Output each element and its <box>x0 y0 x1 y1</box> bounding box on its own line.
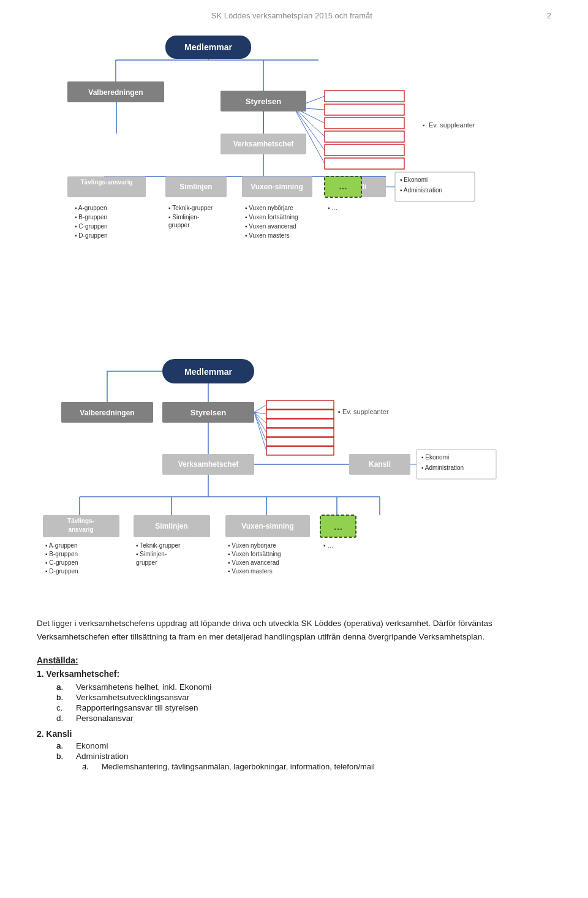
section-1-item-c: c. Rapporteringsansvar till styrelsen <box>67 703 551 712</box>
svg-text:▪  Ekonomi: ▪ Ekonomi <box>400 176 428 183</box>
svg-text:▪  Administration: ▪ Administration <box>421 464 464 471</box>
section-1-list: a. Verksamhetens helhet, inkl. Ekonomi b… <box>67 682 551 723</box>
svg-rect-71 <box>266 428 334 437</box>
section-1-item-d: d. Personalansvar <box>67 714 551 723</box>
page-title: SK Löddes verksamhetsplan 2015 och framå… <box>211 11 372 20</box>
svg-text:Valberedningen: Valberedningen <box>88 88 143 97</box>
svg-text:▪  Vuxen fortsättning: ▪ Vuxen fortsättning <box>228 551 281 557</box>
paragraph-1: Det ligger i verksamhetschefens uppdrag … <box>37 617 551 643</box>
section-2-number: 2. <box>37 729 44 739</box>
svg-text:Vuxen-simning: Vuxen-simning <box>251 183 303 191</box>
svg-text:▪  Simlinjen-: ▪ Simlinjen- <box>168 214 199 221</box>
section-2: 2. Kansli <box>37 729 551 739</box>
svg-rect-69 <box>266 410 334 418</box>
svg-text:▪  Teknik-grupper: ▪ Teknik-grupper <box>168 205 213 211</box>
svg-rect-10 <box>325 158 404 169</box>
svg-text:▪  B-gruppen: ▪ B-gruppen <box>45 551 78 557</box>
kansli-sub-item-i-text: Medlemshantering, tävlingsanmälan, lager… <box>102 762 375 771</box>
svg-text:grupper: grupper <box>136 559 157 566</box>
svg-text:▪  Ev. suppleanter: ▪ Ev. suppleanter <box>338 408 389 415</box>
page-header: SK Löddes verksamhetsplan 2015 och framå… <box>37 0 551 26</box>
svg-text:Vuxen-simning: Vuxen-simning <box>241 522 294 530</box>
svg-rect-5 <box>325 91 404 102</box>
svg-text:▪  Teknik-grupper: ▪ Teknik-grupper <box>136 542 181 549</box>
section-2-item-b: b. Administration i. Medlemshantering, t… <box>67 752 551 771</box>
svg-text:▪  …: ▪ … <box>328 205 337 211</box>
item-b-text: Verksamhetsutvecklingsansvar <box>76 693 189 702</box>
svg-rect-8 <box>325 131 404 142</box>
svg-text:▪  Ekonomi: ▪ Ekonomi <box>421 454 449 461</box>
section-1-item-a: a. Verksamhetens helhet, inkl. Ekonomi <box>67 682 551 692</box>
section-2-item-a: a. Ekonomi <box>67 741 551 750</box>
svg-text:▪  Simlinjen-: ▪ Simlinjen- <box>136 551 167 557</box>
item-d-text: Personalansvar <box>76 714 134 723</box>
svg-text:ansvarig: ansvarig <box>68 526 93 533</box>
page-number: 2 <box>547 11 551 20</box>
svg-text:▪  …: ▪ … <box>323 542 333 549</box>
section-1-item-b: b. Verksamhetsutvecklingsansvar <box>67 693 551 702</box>
svg-text:Ev. suppleanter: Ev. suppleanter <box>429 121 475 129</box>
svg-text:…: … <box>334 521 343 532</box>
svg-rect-70 <box>266 419 334 428</box>
svg-text:Tävlings-: Tävlings- <box>67 518 94 524</box>
section-1-number: 1. <box>37 669 44 679</box>
svg-rect-72 <box>266 437 334 446</box>
svg-text:…: … <box>339 181 347 191</box>
svg-text:▪  A-gruppen: ▪ A-gruppen <box>75 205 107 211</box>
svg-text:Styrelsen: Styrelsen <box>246 97 282 106</box>
svg-rect-9 <box>325 145 404 156</box>
svg-text:▪  Vuxen nybörjare: ▪ Vuxen nybörjare <box>245 205 293 211</box>
svg-text:Simlinjen: Simlinjen <box>179 183 212 191</box>
svg-text:▪  C-gruppen: ▪ C-gruppen <box>75 223 108 230</box>
svg-text:▪  D-gruppen: ▪ D-gruppen <box>45 568 78 575</box>
svg-text:▪  Administration: ▪ Administration <box>400 187 442 194</box>
section-1-title: Verksamhetschef <box>46 669 116 679</box>
svg-rect-73 <box>266 447 334 455</box>
svg-text:Verksamhetschef: Verksamhetschef <box>233 140 295 148</box>
svg-text:Kansli: Kansli <box>369 460 391 469</box>
anstallda-title: Anställda: <box>37 655 551 665</box>
svg-rect-68 <box>266 401 334 409</box>
kansli-sub-items: i. Medlemshantering, tävlingsanmälan, la… <box>93 762 551 771</box>
svg-text:▪  Vuxen fortsättning: ▪ Vuxen fortsättning <box>245 214 298 221</box>
svg-text:▪  Vuxen avancerad: ▪ Vuxen avancerad <box>228 559 279 566</box>
svg-text:Simlinjen: Simlinjen <box>155 522 187 530</box>
svg-text:Styrelsen: Styrelsen <box>190 408 227 417</box>
svg-text:▪  Vuxen masters: ▪ Vuxen masters <box>228 568 273 575</box>
svg-text:grupper: grupper <box>168 222 190 228</box>
svg-text:▪  D-gruppen: ▪ D-gruppen <box>75 232 108 239</box>
svg-line-77 <box>254 412 266 432</box>
svg-line-74 <box>254 405 266 412</box>
section-2-list: a. Ekonomi b. Administration i. Medlemsh… <box>67 741 551 771</box>
section-2-title: Kansli <box>46 729 72 739</box>
org-chart-corrected: Medlemmar Valberedningen Styrelsen ▪ Ev.… <box>43 353 545 600</box>
svg-text:▪  B-gruppen: ▪ B-gruppen <box>75 214 107 221</box>
svg-text:Medlemmar: Medlemmar <box>184 367 232 377</box>
svg-text:▪  Vuxen avancerad: ▪ Vuxen avancerad <box>245 223 296 230</box>
kansli-item-b-text: Administration <box>76 752 129 761</box>
svg-text:▪  Vuxen nybörjare: ▪ Vuxen nybörjare <box>228 542 276 549</box>
svg-text:▪  A-gruppen: ▪ A-gruppen <box>45 542 77 549</box>
body-paragraph: Det ligger i verksamhetschefens uppdrag … <box>37 617 551 643</box>
svg-text:Medlemmar: Medlemmar <box>184 42 232 52</box>
section-1-colon: : <box>117 669 120 679</box>
svg-text:▪  Vuxen masters: ▪ Vuxen masters <box>245 232 290 239</box>
kansli-sub-item-i: i. Medlemshantering, tävlingsanmälan, la… <box>93 762 551 771</box>
svg-text:▪  C-gruppen: ▪ C-gruppen <box>45 559 78 566</box>
svg-line-78 <box>254 412 266 442</box>
svg-text:Verksamhetschef: Verksamhetschef <box>178 460 239 469</box>
item-a-text: Verksamhetens helhet, inkl. Ekonomi <box>76 682 211 692</box>
org-chart-svg: Medlemmar Valberedningen Styrelsen Verks… <box>43 26 545 351</box>
svg-text:Valberedningen: Valberedningen <box>80 409 134 417</box>
org-chart: Medlemmar Valberedningen Styrelsen Verks… <box>43 26 545 353</box>
svg-rect-7 <box>325 118 404 129</box>
svg-text:▪: ▪ <box>423 122 425 129</box>
item-c-text: Rapporteringsansvar till styrelsen <box>76 703 198 712</box>
svg-rect-6 <box>325 104 404 115</box>
section-1: 1. Verksamhetschef: <box>37 669 551 679</box>
kansli-item-a-text: Ekonomi <box>76 741 108 750</box>
svg-line-14 <box>294 108 325 137</box>
svg-text:Tävlings-ansvarig: Tävlings-ansvarig <box>80 179 132 186</box>
